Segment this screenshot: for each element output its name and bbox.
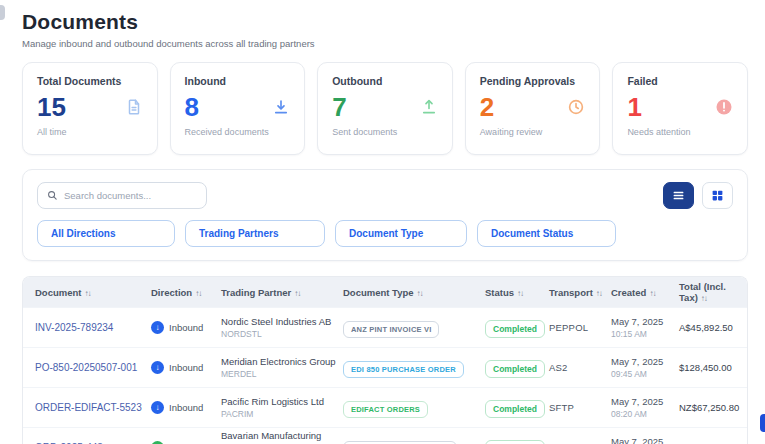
direction-cell: ↓ Inbound [151,321,221,334]
stat-label: Outbound [332,75,438,87]
document-type-badge: EDI 850 PURCHASE ORDER [343,361,464,378]
total-amount: NZ$67,250.80 [679,402,739,413]
created-time: 10:15 AM [611,329,679,339]
stat-label: Failed [627,75,733,87]
partner-name: Nordic Steel Industries AB [221,316,343,328]
trading-partner-cell: Pacific Rim Logistics Ltd PACRIM [221,396,343,419]
stat-label: Total Documents [37,75,143,87]
stat-card: Total Documents 15 All time [22,62,158,155]
column-header-total-incl-tax-[interactable]: Total (Incl. Tax)↑↓ [679,281,735,303]
trading-partner-cell: Nordic Steel Industries AB NORDSTL [221,316,343,339]
direction-label: Inbound [169,402,203,413]
stat-sublabel: Awaiting review [480,127,586,137]
created-cell: May 7, 2025 09:45 AM [611,356,679,379]
stat-label: Pending Approvals [480,75,586,87]
table-row[interactable]: ORD-2025-443 ↑ Outbound Bavarian Manufac… [23,427,747,444]
filter-chips: All DirectionsTrading PartnersDocument T… [37,220,733,247]
document-icon [125,98,143,116]
document-link[interactable]: ORDER-EDIFACT-5523 [35,402,151,413]
document-type-cell: EDIFACT ORDERS [343,398,485,418]
column-header-trading-partner[interactable]: Trading Partner↑↓ [221,287,343,298]
stat-value: 8 [185,94,199,120]
table-row[interactable]: PO-850-20250507-001 ↓ Inbound Meridian E… [23,347,747,387]
document-link[interactable]: INV-2025-789234 [35,322,151,333]
created-time: 09:45 AM [611,369,679,379]
stat-value: 15 [37,94,66,120]
download-icon [272,98,290,116]
direction-label: Inbound [169,362,203,373]
stat-sublabel: Sent documents [332,127,438,137]
created-cell: May 7, 2025 08:20 AM [611,396,679,419]
created-cell: May 7, 2025 07:30 AM [611,436,679,444]
column-header-status[interactable]: Status↑↓ [485,287,549,298]
document-type-cell: ANZ PINT INVOICE VI [343,318,485,338]
inbound-arrow-icon: ↓ [151,321,164,334]
total-amount: A$45,892.50 [679,322,735,333]
transport-label: PEPPOL [549,322,611,333]
documents-table: Document↑↓Direction↑↓Trading Partner↑↓Do… [22,276,748,444]
filter-chip-document-type[interactable]: Document Type [335,220,467,247]
stat-sublabel: Needs attention [627,127,733,137]
document-type-badge: EDIFACT ORDERS [343,401,428,418]
partner-name: Bavarian Manufacturing GmbH [221,430,343,444]
column-header-created[interactable]: Created↑↓ [611,287,679,298]
partner-code: MERDEL [221,369,343,379]
table-row[interactable]: ORDER-EDIFACT-5523 ↓ Inbound Pacific Rim… [23,387,747,427]
status-badge: Completed [485,400,545,418]
transport-label: AS2 [549,362,611,373]
sort-arrows-icon: ↑↓ [649,289,655,298]
document-type-cell: EDI 850 PURCHASE ORDER [343,358,485,378]
sort-arrows-icon: ↑↓ [195,289,201,298]
page-title: Documents [22,10,748,34]
partner-code: NORDSTL [221,329,343,339]
created-date: May 7, 2025 [611,316,679,327]
direction-cell: ↓ Inbound [151,361,221,374]
created-date: May 7, 2025 [611,436,679,444]
clock-icon [567,98,585,116]
sort-arrows-icon: ↑↓ [596,289,602,298]
page-subtitle: Manage inbound and outbound documents ac… [22,38,748,49]
sort-arrows-icon: ↑↓ [517,289,523,298]
status-cell: Completed [485,318,549,338]
direction-label: Inbound [169,322,203,333]
status-badge: Completed [485,440,545,444]
search-box[interactable] [37,182,207,209]
list-view-button[interactable] [663,182,694,209]
stat-card: Inbound 8 Received documents [170,62,306,155]
created-date: May 7, 2025 [611,396,679,407]
inbound-arrow-icon: ↓ [151,401,164,414]
sort-arrows-icon: ↑↓ [294,289,300,298]
column-header-direction[interactable]: Direction↑↓ [151,287,221,298]
partner-name: Meridian Electronics Group [221,356,343,368]
partner-name: Pacific Rim Logistics Ltd [221,396,343,408]
status-cell: Completed [485,398,549,418]
grid-view-button[interactable] [702,182,733,209]
stat-card: Outbound 7 Sent documents [317,62,453,155]
filter-chip-document-status[interactable]: Document Status [477,220,616,247]
filter-panel: All DirectionsTrading PartnersDocument T… [22,169,748,261]
stat-card: Pending Approvals 2 Awaiting review [465,62,601,155]
document-link[interactable]: PO-850-20250507-001 [35,362,151,373]
status-cell: Completed [485,438,549,444]
filter-chip-trading-partners[interactable]: Trading Partners [185,220,325,247]
view-toggles [663,182,733,209]
created-cell: May 7, 2025 10:15 AM [611,316,679,339]
grid-view-icon [711,189,724,202]
search-input[interactable] [64,190,197,201]
stat-card: Failed 1 Needs attention [612,62,748,155]
table-row[interactable]: INV-2025-789234 ↓ Inbound Nordic Steel I… [23,307,747,347]
sort-arrows-icon: ↑↓ [84,289,90,298]
stat-sublabel: All time [37,127,143,137]
stat-value: 1 [627,94,641,120]
column-header-document[interactable]: Document↑↓ [35,287,151,298]
column-header-transport[interactable]: Transport↑↓ [549,287,611,298]
stat-value: 7 [332,94,346,120]
created-date: May 7, 2025 [611,356,679,367]
stat-value: 2 [480,94,494,120]
document-type-badge: ANZ PINT INVOICE VI [343,321,439,338]
table-body: INV-2025-789234 ↓ Inbound Nordic Steel I… [23,307,747,444]
status-badge: Completed [485,320,545,338]
column-header-document-type[interactable]: Document Type↑↓ [343,287,485,298]
filter-chip-all-directions[interactable]: All Directions [37,220,175,247]
sort-arrows-icon: ↑↓ [417,289,423,298]
